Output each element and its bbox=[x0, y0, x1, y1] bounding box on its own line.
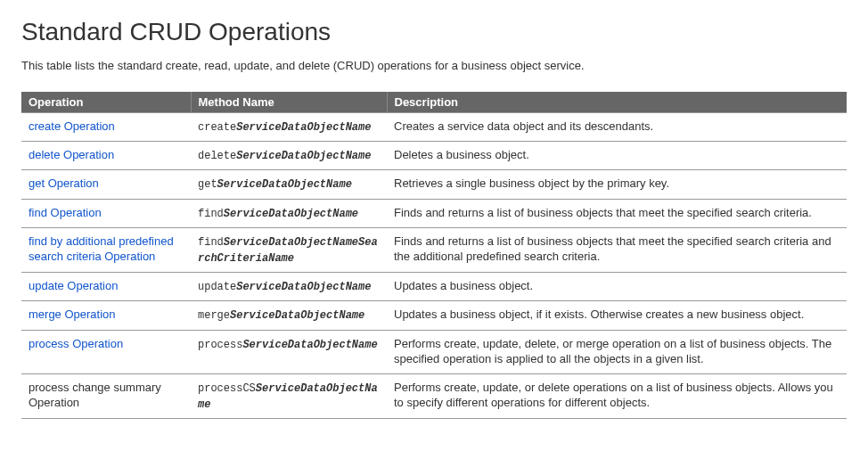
table-row: process OperationprocessServiceDataObjec… bbox=[21, 330, 847, 373]
method-prefix: processCS bbox=[198, 382, 256, 395]
method-prefix: get bbox=[198, 178, 217, 191]
method-prefix: delete bbox=[198, 150, 236, 162]
method-cell: mergeServiceDataObjectName bbox=[191, 301, 387, 330]
operation-text: process change summary Operation bbox=[29, 381, 161, 410]
description-cell: Deletes a business object. bbox=[387, 142, 847, 170]
method-suffix: ServiceDataObjectName bbox=[236, 150, 371, 162]
operation-cell: create Operation bbox=[21, 113, 191, 142]
page-title: Standard CRUD Operations bbox=[21, 18, 847, 46]
description-cell: Performs create, update, delete, or merg… bbox=[387, 330, 847, 373]
col-header-description: Description bbox=[387, 92, 847, 113]
method-prefix: update bbox=[198, 281, 236, 293]
method-suffix: ServiceDataObjectName bbox=[230, 309, 364, 322]
method-suffix: ServiceDataObjectName bbox=[224, 208, 358, 220]
table-header-row: Operation Method Name Description bbox=[21, 92, 847, 113]
method-cell: createServiceDataObjectName bbox=[191, 113, 387, 142]
operation-link[interactable]: find by additional predefined search cri… bbox=[29, 234, 174, 264]
description-cell: Creates a service data object and its de… bbox=[387, 113, 847, 142]
operation-link[interactable]: get Operation bbox=[29, 176, 99, 190]
method-suffix: ServiceDataObjectName bbox=[236, 121, 371, 134]
method-cell: updateServiceDataObjectName bbox=[191, 273, 387, 301]
description-cell: Updates a business object, if it exists.… bbox=[387, 301, 847, 330]
method-suffix: ServiceDataObjectName bbox=[242, 339, 377, 351]
operation-cell: find by additional predefined search cri… bbox=[21, 227, 191, 272]
description-cell: Retrieves a single business object by th… bbox=[387, 170, 847, 199]
description-cell: Finds and returns a list of business obj… bbox=[387, 199, 847, 227]
operation-link[interactable]: process Operation bbox=[29, 337, 123, 350]
method-cell: deleteServiceDataObjectName bbox=[191, 142, 387, 170]
operation-link[interactable]: merge Operation bbox=[29, 308, 116, 321]
operation-cell: process change summary Operation bbox=[21, 373, 191, 418]
method-prefix: find bbox=[198, 208, 224, 220]
method-prefix: find bbox=[198, 236, 224, 249]
operation-link[interactable]: delete Operation bbox=[29, 148, 114, 161]
method-cell: findServiceDataObjectNameSearchCriteriaN… bbox=[191, 227, 387, 272]
operations-table: Operation Method Name Description create… bbox=[21, 92, 847, 419]
col-header-operation: Operation bbox=[21, 92, 191, 113]
table-row: find by additional predefined search cri… bbox=[21, 227, 847, 272]
method-cell: processServiceDataObjectName bbox=[191, 330, 387, 373]
operation-cell: merge Operation bbox=[21, 301, 191, 330]
method-prefix: create bbox=[198, 121, 236, 134]
table-row: delete OperationdeleteServiceDataObjectN… bbox=[21, 142, 847, 170]
method-cell: getServiceDataObjectName bbox=[191, 170, 387, 199]
table-row: get OperationgetServiceDataObjectNameRet… bbox=[21, 170, 847, 199]
method-prefix: process bbox=[198, 339, 242, 351]
description-cell: Finds and returns a list of business obj… bbox=[387, 227, 847, 272]
table-row: update OperationupdateServiceDataObjectN… bbox=[21, 273, 847, 301]
method-cell: processCSServiceDataObjectName bbox=[191, 373, 387, 418]
operation-cell: find Operation bbox=[21, 199, 191, 227]
operation-cell: get Operation bbox=[21, 170, 191, 199]
operation-cell: process Operation bbox=[21, 330, 191, 373]
method-suffix: ServiceDataObjectNameSearchCriteriaName bbox=[198, 236, 378, 265]
operation-link[interactable]: update Operation bbox=[29, 279, 118, 292]
method-suffix: ServiceDataObjectName bbox=[217, 178, 352, 191]
operation-link[interactable]: create Operation bbox=[29, 119, 115, 133]
method-prefix: merge bbox=[198, 309, 230, 322]
intro-text: This table lists the standard create, re… bbox=[21, 59, 847, 72]
description-cell: Performs create, update, or delete opera… bbox=[387, 373, 847, 418]
description-cell: Updates a business object. bbox=[387, 273, 847, 301]
operation-cell: update Operation bbox=[21, 273, 191, 301]
table-row: find OperationfindServiceDataObjectNameF… bbox=[21, 199, 847, 227]
method-suffix: ServiceDataObjectName bbox=[236, 281, 371, 293]
operation-link[interactable]: find Operation bbox=[29, 206, 102, 219]
table-row: merge OperationmergeServiceDataObjectNam… bbox=[21, 301, 847, 330]
method-cell: findServiceDataObjectName bbox=[191, 199, 387, 227]
table-row: create OperationcreateServiceDataObjectN… bbox=[21, 113, 847, 142]
table-row: process change summary OperationprocessC… bbox=[21, 373, 847, 418]
operation-cell: delete Operation bbox=[21, 142, 191, 170]
col-header-method: Method Name bbox=[191, 92, 387, 113]
